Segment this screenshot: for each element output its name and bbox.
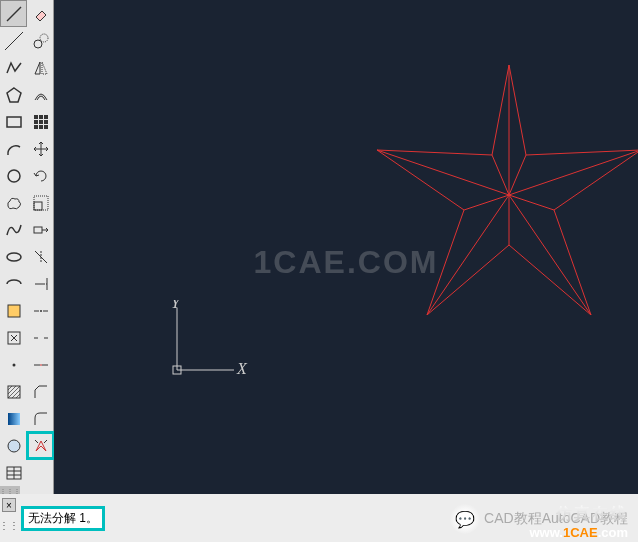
ucs-icon: X Y [169, 300, 249, 380]
svg-line-51 [492, 65, 509, 155]
move-icon[interactable] [27, 135, 54, 162]
rectangle-icon[interactable] [0, 108, 27, 135]
svg-rect-27 [34, 202, 42, 210]
svg-point-17 [40, 34, 48, 42]
svg-point-5 [7, 253, 21, 261]
svg-line-0 [7, 7, 21, 21]
overlay-brand-cn: 仿真在线 [556, 504, 628, 525]
region-icon[interactable] [0, 432, 27, 459]
svg-line-41 [44, 440, 47, 443]
svg-rect-20 [44, 115, 48, 119]
polygon-icon[interactable] [0, 81, 27, 108]
svg-rect-23 [44, 120, 48, 124]
wechat-icon: 💬 [450, 504, 480, 534]
svg-rect-19 [39, 115, 43, 119]
circle-icon[interactable] [0, 162, 27, 189]
trim-icon[interactable] [27, 243, 54, 270]
scale-icon[interactable] [27, 189, 54, 216]
array-icon[interactable] [27, 108, 54, 135]
polyline-icon[interactable] [0, 54, 27, 81]
svg-rect-24 [34, 125, 38, 129]
arc-icon[interactable] [0, 135, 27, 162]
make-block-icon[interactable] [0, 324, 27, 351]
svg-point-11 [8, 440, 20, 452]
svg-point-8 [12, 363, 15, 366]
svg-line-44 [554, 150, 638, 210]
svg-line-60 [377, 150, 509, 195]
table-icon[interactable] [0, 459, 27, 486]
command-message: 无法分解 1。 [24, 509, 102, 528]
chamfer-icon[interactable] [27, 378, 54, 405]
join-icon[interactable] [27, 351, 54, 378]
svg-line-59 [464, 195, 509, 210]
drawing-canvas[interactable]: 1CAE.COM [54, 0, 638, 524]
svg-rect-22 [39, 120, 43, 124]
command-close-button[interactable]: × [2, 498, 16, 512]
modify-toolbar [27, 0, 54, 513]
svg-rect-29 [34, 227, 42, 233]
svg-rect-26 [44, 125, 48, 129]
svg-line-54 [509, 150, 638, 195]
stretch-icon[interactable] [27, 216, 54, 243]
tool-palette: A [0, 0, 54, 542]
fillet-icon[interactable] [27, 405, 54, 432]
insert-block-icon[interactable] [0, 297, 27, 324]
svg-line-42 [509, 65, 526, 155]
overlay-brand-url: www.1CAE.com [530, 525, 629, 540]
svg-rect-10 [8, 413, 20, 425]
break-icon[interactable] [27, 324, 54, 351]
rotate-icon[interactable] [27, 162, 54, 189]
palette-grip[interactable]: ⋮⋮⋮ [0, 486, 20, 494]
svg-line-43 [526, 150, 638, 155]
svg-line-40 [35, 440, 38, 443]
svg-point-16 [34, 40, 42, 48]
hatch-icon[interactable] [0, 378, 27, 405]
svg-rect-28 [34, 196, 48, 210]
svg-line-1 [5, 32, 23, 50]
svg-marker-2 [7, 88, 21, 102]
svg-point-37 [40, 310, 42, 312]
offset-icon[interactable] [27, 81, 54, 108]
gradient-icon[interactable] [0, 405, 27, 432]
point-icon[interactable] [0, 351, 27, 378]
mirror-icon[interactable] [27, 54, 54, 81]
svg-point-4 [8, 170, 20, 182]
svg-line-53 [509, 155, 526, 195]
overlay-brand: 仿真在线 www.1CAE.com [530, 504, 629, 540]
revcloud-icon[interactable] [0, 189, 27, 216]
spline-icon[interactable] [0, 216, 27, 243]
explode-icon[interactable] [27, 432, 54, 459]
svg-rect-18 [34, 115, 38, 119]
copy-icon[interactable] [27, 27, 54, 54]
command-grip-icon[interactable]: ⋮⋮ [2, 518, 16, 532]
svg-rect-21 [34, 120, 38, 124]
svg-line-50 [377, 150, 492, 155]
erase-icon[interactable] [27, 0, 54, 27]
svg-line-61 [492, 155, 509, 195]
svg-rect-25 [39, 125, 43, 129]
extend-icon[interactable] [27, 270, 54, 297]
ucs-x-label: X [236, 360, 248, 377]
star-drawing [364, 55, 638, 315]
line-icon[interactable] [0, 0, 27, 27]
svg-rect-6 [8, 305, 20, 317]
ellipse-icon[interactable] [0, 243, 27, 270]
svg-line-55 [509, 195, 554, 210]
break-at-point-icon[interactable] [27, 297, 54, 324]
svg-rect-3 [7, 117, 21, 127]
ucs-y-label: Y [171, 300, 182, 311]
svg-line-49 [377, 150, 464, 210]
draw-toolbar: A [0, 0, 27, 513]
ellipse-arc-icon[interactable] [0, 270, 27, 297]
xline-icon[interactable] [0, 27, 27, 54]
